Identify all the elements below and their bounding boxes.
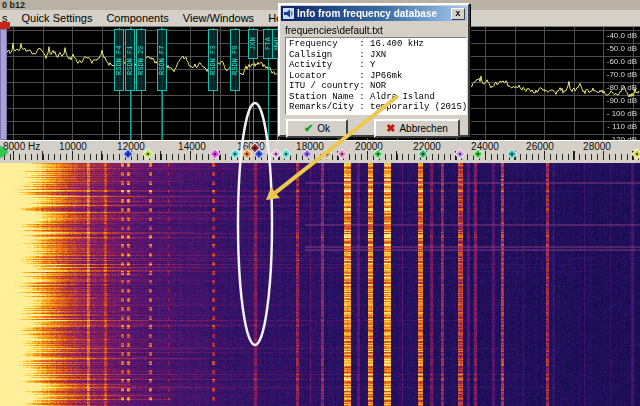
left-side-strip [0,29,7,140]
diamond-center-dot [246,153,249,156]
freq-axis-label: 10000 [59,141,87,152]
info-field-itu-country: ITU / country: NOR [289,81,463,92]
station-info-text: Frequency: 16.400 kHzCallsign: JXNActivi… [285,37,467,115]
freq-axis-label: 28000 [583,141,611,152]
field-value: : Y [359,60,375,70]
info-dialog: Info from frequency database X frequenci… [278,3,470,137]
menu-item-quick-settings[interactable]: Quick Settings [15,12,100,24]
field-label: Frequency [289,39,359,50]
info-field-station-name: Station Name: Aldra Island [289,92,463,103]
dialog-buttons: ✔ Ok ✖ Abbrechen [280,119,472,139]
field-value: : temporarily (2015) [359,102,467,112]
freq-axis-label: 14000 [178,141,206,152]
db-axis-label: -50.0 dB [607,44,637,53]
record-indicator [0,22,10,29]
database-file-label: frequencies\default.txt [280,22,468,38]
diamond-center-dot [477,153,480,156]
diamond-center-dot [275,153,278,156]
cancel-button-label: Abbrechen [399,123,447,134]
field-label: Remarks/City [289,102,359,113]
info-field-activity: Activity: Y [289,60,463,71]
frequency-scale[interactable]: 8000 Hz100001200014000160001800020000220… [0,140,640,163]
diamond-center-dot [306,153,309,156]
field-label: Activity [289,60,359,71]
field-value: : 16.400 kHz [359,39,424,49]
diamond-center-dot [459,153,462,156]
scale-cursor-icon[interactable] [0,146,8,158]
dialog-title: Info from frequency database [297,8,451,19]
window-title: 0 b12 [2,0,25,10]
menu-item-view-windows[interactable]: View/Windows [176,12,261,24]
station-label-rsdn-20[interactable]: RSDN 20 [136,29,146,91]
diamond-center-dot [258,153,261,156]
field-label: Locator [289,71,359,82]
field-value: : NOR [359,81,386,91]
menu-item-components[interactable]: Components [99,12,175,24]
info-field-callsign: Callsign: JXN [289,50,463,61]
ok-button[interactable]: ✔ Ok [286,119,348,138]
info-field-locator: Locator: JP66mk [289,71,463,82]
close-icon[interactable]: X [451,8,465,20]
field-label: ITU / country [289,81,359,92]
diamond-center-dot [254,147,257,150]
field-value: : JXN [359,50,386,60]
app-window: 0 b12 sQuick SettingsComponentsView/Wind… [0,0,640,406]
dialog-titlebar[interactable]: Info from frequency database X [281,6,467,21]
diamond-center-dot [285,153,288,156]
diamond-center-dot [147,153,150,156]
db-axis-label: -90.0 dB [607,96,637,105]
field-label: Callsign [289,50,359,61]
station-label-rsdn-f8[interactable]: RSDN F8 [230,29,240,91]
diamond-center-dot [326,153,329,156]
db-axis-label: -40.0 dB [607,31,637,40]
station-label-rsdn-f7[interactable]: RSDN F7 [157,29,167,91]
freq-axis-label: 26000 [526,141,554,152]
db-axis-label: -80.0 dB [607,83,637,92]
info-field-frequency: Frequency: 16.400 kHz [289,39,463,50]
diamond-center-dot [377,153,380,156]
field-label: Station Name [289,92,359,103]
diamond-center-dot [341,153,344,156]
minor-ticks [0,154,640,160]
station-label-rsdn-f1[interactable]: RSDN F1 [125,29,135,91]
db-axis-label: - 100 dB [607,109,637,118]
field-value: : JP66mk [359,71,402,81]
diamond-center-dot [422,153,425,156]
waterfall-display[interactable] [0,163,640,406]
speaker-icon [283,8,294,19]
station-label-rsdn-f3[interactable]: RSDN F3 [208,29,218,91]
diamond-center-dot [214,153,217,156]
station-label-rsdn-f4[interactable]: RSDN F4 [114,29,124,91]
diamond-center-dot [127,153,130,156]
info-field-remarks-city: Remarks/City: temporarily (2015) [289,102,463,113]
diamond-center-dot [511,153,514,156]
db-axis-label: - 110 dB [607,122,637,131]
field-value: : Aldra Island [359,92,435,102]
db-axis-label: -60.0 dB [607,57,637,66]
freq-axis-label: 8000 Hz [3,141,40,152]
check-icon: ✔ [304,122,313,135]
x-icon: ✖ [386,122,395,135]
ok-button-label: Ok [317,123,330,134]
freq-axis-label: 22000 [413,141,441,152]
cancel-button[interactable]: ✖ Abbrechen [374,119,460,138]
diamond-center-dot [234,153,237,156]
station-label-jxn[interactable]: JXN [248,29,258,59]
diamond-center-dot [636,153,639,156]
db-axis-label: -70.0 dB [607,70,637,79]
